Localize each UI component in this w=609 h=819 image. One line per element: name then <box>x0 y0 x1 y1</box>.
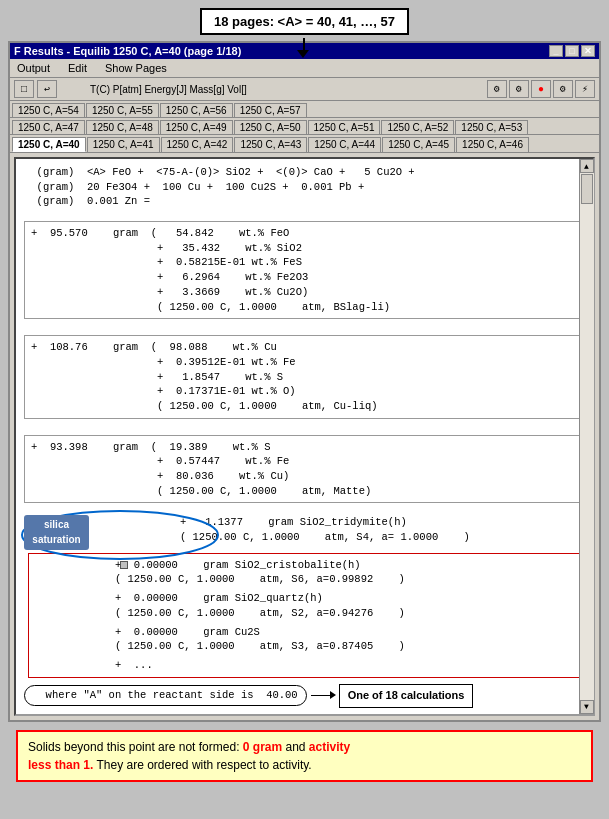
tab-1250-a53[interactable]: 1250 C, A=53 <box>455 120 528 134</box>
tab-1250-a50[interactable]: 1250 C, A=50 <box>234 120 307 134</box>
tabs-row-3: 1250 C, A=40 1250 C, A=41 1250 C, A=42 1… <box>10 135 599 153</box>
slag-header: + 95.570 gram ( 54.842 wt.% FeO <box>31 226 578 241</box>
matte-phase-section: + 93.398 gram ( 19.389 wt.% S + 0.57447 … <box>24 435 585 504</box>
bottom-info-text-after: They are ordered with respect to activit… <box>93 758 311 772</box>
bottom-info-text-before: Solids beyond this point are not formed: <box>28 740 243 754</box>
silica-label: silica saturation <box>24 515 89 550</box>
maximize-button[interactable]: □ <box>565 45 579 57</box>
slag-line-4: + 3.3669 wt.% Cu2O) <box>31 285 578 300</box>
tab-1250-a48[interactable]: 1250 C, A=48 <box>86 120 159 134</box>
toolbar-btn-1[interactable]: □ <box>14 80 34 98</box>
silica-cu2s-line2: ( 1250.00 C, 1.0000 atm, S3, a=0.87405 ) <box>33 639 580 654</box>
silica-marker <box>120 561 128 569</box>
matte-line-2: + 80.036 wt.% Cu) <box>31 469 578 484</box>
close-button[interactable]: ✕ <box>581 45 595 57</box>
slag-phase-section: + 95.570 gram ( 54.842 wt.% FeO + 35.432… <box>24 221 585 319</box>
silica-more: + ... <box>33 658 580 673</box>
matte-line-3: ( 1250.00 C, 1.0000 atm, Matte) <box>31 484 578 499</box>
slag-line-1: + 35.432 wt.% SiO2 <box>31 241 578 256</box>
blister-header: + 108.76 gram ( 98.088 wt.% Cu <box>31 340 578 355</box>
menu-show-pages[interactable]: Show Pages <box>102 61 170 75</box>
silica-saturation-section: silica saturation + 1.1377 gram SiO2_tri… <box>28 513 585 677</box>
bottom-info-box: Solids beyond this point are not formed:… <box>16 730 593 782</box>
toolbar-column-labels: T(C) P[atm] Energy[J] Mass[g] Vol[] <box>90 84 247 95</box>
slag-line-3: + 6.2964 wt.% Fe2O3 <box>31 270 578 285</box>
silica-cristobalite-line1: + 0.00000 gram SiO2_cristobalite(h) <box>33 558 580 573</box>
scrollbar[interactable]: ▲ ▼ <box>579 159 593 714</box>
tab-1250-a49[interactable]: 1250 C, A=49 <box>160 120 233 134</box>
scroll-thumb[interactable] <box>581 174 593 204</box>
tab-1250-a40[interactable]: 1250 C, A=40 <box>12 137 86 152</box>
silica-cristobalite-line2: ( 1250.00 C, 1.0000 atm, S6, a=0.99892 ) <box>33 572 580 587</box>
reactant-line-2: (gram) 20 Fe3O4 + 100 Cu + 100 Cu2S + 0.… <box>24 180 585 195</box>
scroll-up-button[interactable]: ▲ <box>580 159 594 173</box>
silica-quartz-line1: + 0.00000 gram SiO2_quartz(h) <box>33 591 580 606</box>
tab-1250-a55[interactable]: 1250 C, A=55 <box>86 103 159 117</box>
toolbar: □ ↩ T(C) P[atm] Energy[J] Mass[g] Vol[] … <box>10 78 599 101</box>
top-callout-box: 18 pages: <A> = 40, 41, …, 57 <box>200 8 409 35</box>
tab-1250-a54[interactable]: 1250 C, A=54 <box>12 103 85 117</box>
silica-tridymite-line1: + 1.1377 gram SiO2_tridymite(h) <box>98 515 585 530</box>
tab-1250-a52[interactable]: 1250 C, A=52 <box>381 120 454 134</box>
tabs-row-2: 1250 C, A=47 1250 C, A=48 1250 C, A=49 1… <box>10 118 599 135</box>
toolbar-right-btn-1[interactable]: ⚙ <box>487 80 507 98</box>
reactants-section: (gram) <A> FeO + <75-A-(0)> SiO2 + <(0)>… <box>24 165 585 209</box>
bottom-info-text-middle: and <box>282 740 309 754</box>
silica-cu2s-line1: + 0.00000 gram Cu2S <box>33 625 580 640</box>
menu-edit[interactable]: Edit <box>65 61 90 75</box>
tab-1250-a42[interactable]: 1250 C, A=42 <box>161 137 234 152</box>
slag-line-5: ( 1250.00 C, 1.0000 atm, BSlag-li) <box>31 300 578 315</box>
tab-1250-a56[interactable]: 1250 C, A=56 <box>160 103 233 117</box>
blister-line-1: + 0.39512E-01 wt.% Fe <box>31 355 578 370</box>
silica-tridymite-line2: ( 1250.00 C, 1.0000 atm, S4, a= 1.0000 ) <box>98 530 585 545</box>
scroll-down-button[interactable]: ▼ <box>580 700 594 714</box>
tab-1250-a44[interactable]: 1250 C, A=44 <box>308 137 381 152</box>
toolbar-right-btn-2[interactable]: ⚙ <box>509 80 529 98</box>
tab-1250-a47[interactable]: 1250 C, A=47 <box>12 120 85 134</box>
slag-line-2: + 0.58215E-01 wt.% FeS <box>31 255 578 270</box>
tab-1250-a57[interactable]: 1250 C, A=57 <box>234 103 307 117</box>
menu-bar: Output Edit Show Pages <box>10 59 599 78</box>
bottom-line-text: where "A" on the reactant side is 40.00 <box>33 689 298 701</box>
blister-line-4: ( 1250.00 C, 1.0000 atm, Cu-liq) <box>31 399 578 414</box>
one-of-callout: One of 18 calculations <box>339 684 474 708</box>
scroll-track[interactable] <box>580 173 594 700</box>
menu-output[interactable]: Output <box>14 61 53 75</box>
blister-phase-section: + 108.76 gram ( 98.088 wt.% Cu + 0.39512… <box>24 335 585 418</box>
silica-quartz-line2: ( 1250.00 C, 1.0000 atm, S2, a=0.94276 ) <box>33 606 580 621</box>
tab-1250-a45[interactable]: 1250 C, A=45 <box>382 137 455 152</box>
toolbar-btn-2[interactable]: ↩ <box>37 80 57 98</box>
bottom-info-bold-red-1: 0 gram <box>243 740 282 754</box>
blister-line-3: + 0.17371E-01 wt.% O) <box>31 384 578 399</box>
minimize-button[interactable]: _ <box>549 45 563 57</box>
toolbar-right-btn-4[interactable]: ⚙ <box>553 80 573 98</box>
matte-header: + 93.398 gram ( 19.389 wt.% S <box>31 440 578 455</box>
tab-1250-a46[interactable]: 1250 C, A=46 <box>456 137 529 152</box>
reactant-line-3: (gram) 0.001 Zn = <box>24 194 585 209</box>
toolbar-right-btn-3[interactable]: ● <box>531 80 551 98</box>
window-title: F Results - Equilib 1250 C, A=40 (page 1… <box>14 45 241 57</box>
bottom-line-section: where "A" on the reactant side is 40.00 … <box>24 684 585 708</box>
tab-1250-a43[interactable]: 1250 C, A=43 <box>234 137 307 152</box>
blister-line-2: + 1.8547 wt.% S <box>31 370 578 385</box>
reactant-line-1: (gram) <A> FeO + <75-A-(0)> SiO2 + <(0)>… <box>24 165 585 180</box>
tabs-row-1: 1250 C, A=54 1250 C, A=55 1250 C, A=56 1… <box>10 101 599 118</box>
main-window: F Results - Equilib 1250 C, A=40 (page 1… <box>8 41 601 722</box>
matte-line-1: + 0.57447 wt.% Fe <box>31 454 578 469</box>
tab-1250-a41[interactable]: 1250 C, A=41 <box>87 137 160 152</box>
toolbar-right-btn-5[interactable]: ⚡ <box>575 80 595 98</box>
tab-1250-a51[interactable]: 1250 C, A=51 <box>308 120 381 134</box>
